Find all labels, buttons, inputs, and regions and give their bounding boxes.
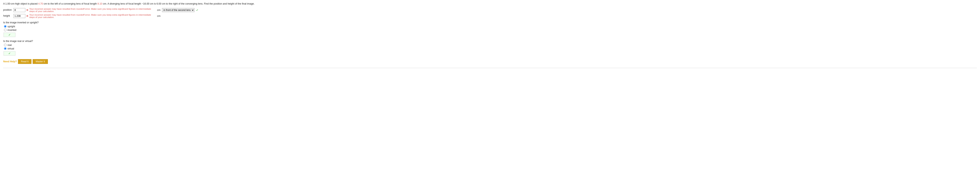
inverted-question: Is the image inverted or upright? (3, 21, 977, 24)
real-virtual-check-icon: ✓ (8, 52, 11, 55)
inverted-check-icon: ✓ (8, 33, 11, 37)
inverted-label: inverted (8, 29, 16, 32)
height-row: height ✕ Your incorrect answer may have … (3, 14, 977, 18)
height-input-row: ✕ Your incorrect answer may have resulte… (13, 14, 161, 18)
height-field-content: ✕ Your incorrect answer may have resulte… (13, 14, 161, 18)
position-dropdown-wrapper: in front of the second lens behind the s… (162, 8, 194, 12)
height-label: height (3, 14, 13, 17)
read-it-button[interactable]: Read It (18, 59, 32, 64)
real-option[interactable]: real (4, 44, 977, 46)
value-8-10: 8.10 (97, 2, 102, 5)
position-unit-label: cm (157, 8, 161, 11)
master-it-button[interactable]: Master It (33, 59, 48, 64)
inverted-section: Is the image inverted or upright? uprigh… (3, 21, 977, 37)
position-error-msg-inline: Your incorrect answer may have resulted … (29, 8, 156, 13)
need-help-label: Need Help? (3, 60, 17, 63)
height-error-icon: ✕ (26, 14, 29, 18)
height-unit-label: cm (157, 14, 161, 18)
height-input[interactable] (13, 14, 25, 18)
position-error-icon: ✕ (26, 8, 29, 12)
position-row: position ✕ Your incorrect answer may hav… (3, 8, 977, 13)
real-label: real (8, 44, 12, 46)
position-input[interactable] (13, 8, 25, 12)
bottom-divider (3, 68, 977, 68)
inverted-option[interactable]: inverted (4, 29, 977, 32)
real-virtual-question: Is the image real or virtual? (3, 40, 977, 43)
value-4-70: 4.70 (38, 2, 43, 5)
inverted-radio[interactable] (4, 29, 6, 31)
position-dropdown[interactable]: in front of the second lens behind the s… (162, 8, 194, 12)
position-label: position (3, 8, 13, 11)
real-radio[interactable] (4, 44, 6, 46)
real-virtual-section: Is the image real or virtual? real virtu… (3, 40, 977, 56)
inverted-radio-group: upright inverted (4, 25, 977, 32)
upright-radio[interactable] (4, 25, 6, 28)
inverted-check-area: ✓ (3, 33, 16, 37)
upright-option[interactable]: upright (4, 25, 977, 28)
upright-label: upright (8, 25, 15, 28)
problem-text: A 1.00-cm-high object is placed 4.70 cm … (3, 2, 977, 6)
position-input-row: ✕ Your incorrect answer may have resulte… (13, 8, 199, 13)
virtual-option[interactable]: virtual (4, 47, 977, 50)
virtual-radio[interactable] (4, 47, 6, 50)
position-field-content: ✕ Your incorrect answer may have resulte… (13, 8, 199, 13)
need-help-row: Need Help? Read It Master It (3, 59, 977, 64)
height-error-msg-inline: Your incorrect answer may have resulted … (29, 14, 156, 18)
virtual-label: virtual (8, 47, 14, 50)
position-check-icon: ✓ (196, 8, 199, 12)
real-virtual-check-area: ✓ (3, 51, 16, 56)
real-virtual-radio-group: real virtual (4, 44, 977, 50)
